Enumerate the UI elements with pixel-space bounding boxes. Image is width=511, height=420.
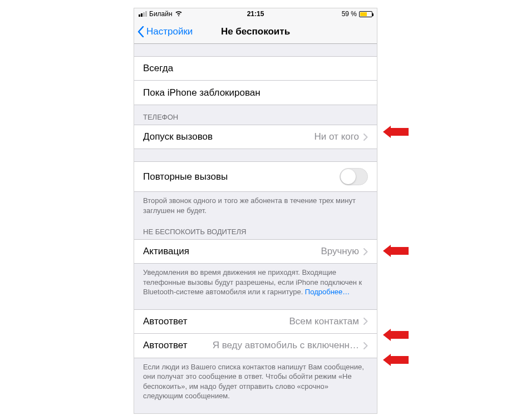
cell-label: Автоответ — [143, 340, 187, 351]
status-time: 21:15 — [134, 10, 377, 18]
cell-value: Вручную — [196, 246, 359, 257]
cell-label: Всегда — [143, 63, 173, 74]
autoreply-to-row[interactable]: Автоответ Всем контактам — [134, 309, 377, 334]
annotation-arrow — [383, 329, 409, 341]
driving-activation-row[interactable]: Активация Вручную — [134, 239, 377, 264]
cell-value: Я веду автомобиль с включенн… — [194, 340, 359, 351]
silence-option-always[interactable]: Всегда — [134, 56, 377, 81]
chevron-right-icon — [363, 248, 368, 255]
annotation-arrow — [383, 245, 409, 257]
back-label: Настройки — [146, 26, 193, 37]
cell-label: Повторные вызовы — [143, 171, 228, 182]
chevron-right-icon — [363, 342, 368, 349]
silence-option-locked[interactable]: Пока iPhone заблокирован — [134, 81, 377, 105]
section-header-phone: ТЕЛЕФОН — [134, 105, 377, 125]
status-right: 59 % — [342, 10, 372, 18]
cell-label: Допуск вызовов — [143, 131, 213, 142]
autoreply-message-row[interactable]: Автоответ Я веду автомобиль с включенн… — [134, 334, 377, 358]
battery-percent: 59 % — [342, 10, 357, 18]
chevron-right-icon — [363, 318, 368, 325]
toggle-knob — [341, 169, 356, 184]
cell-value: Всем контактам — [194, 316, 359, 327]
nav-bar: Настройки Не беспокоить — [134, 19, 377, 44]
allow-calls-row[interactable]: Допуск вызовов Ни от кого — [134, 125, 377, 149]
section-header-driving: НЕ БЕСПОКОИТЬ ВОДИТЕЛЯ — [134, 220, 377, 239]
battery-icon — [359, 11, 372, 17]
chevron-left-icon — [137, 26, 144, 37]
repeated-calls-toggle[interactable] — [340, 168, 368, 185]
cell-label: Автоответ — [143, 316, 187, 327]
chevron-right-icon — [363, 134, 368, 141]
annotation-arrow — [383, 126, 409, 138]
cell-label: Пока iPhone заблокирован — [143, 87, 261, 98]
repeated-calls-footer: Второй звонок одного и того же абонента … — [134, 192, 377, 220]
phone-screen: Билайн 21:15 59 % Настройки Не беспокоит… — [134, 8, 377, 414]
battery-fill — [360, 12, 367, 16]
status-bar: Билайн 21:15 59 % — [134, 8, 377, 19]
learn-more-link[interactable]: Подробнее… — [305, 288, 350, 296]
cell-value: Ни от кого — [219, 131, 359, 142]
cell-label: Активация — [143, 246, 189, 257]
back-button[interactable]: Настройки — [134, 26, 193, 37]
repeated-calls-row[interactable]: Повторные вызовы — [134, 161, 377, 192]
annotation-arrow — [383, 354, 409, 366]
autoreply-footer: Если люди из Вашего списка контактов нап… — [134, 358, 377, 406]
driving-footer: Уведомления во время движения не приходя… — [134, 264, 377, 302]
